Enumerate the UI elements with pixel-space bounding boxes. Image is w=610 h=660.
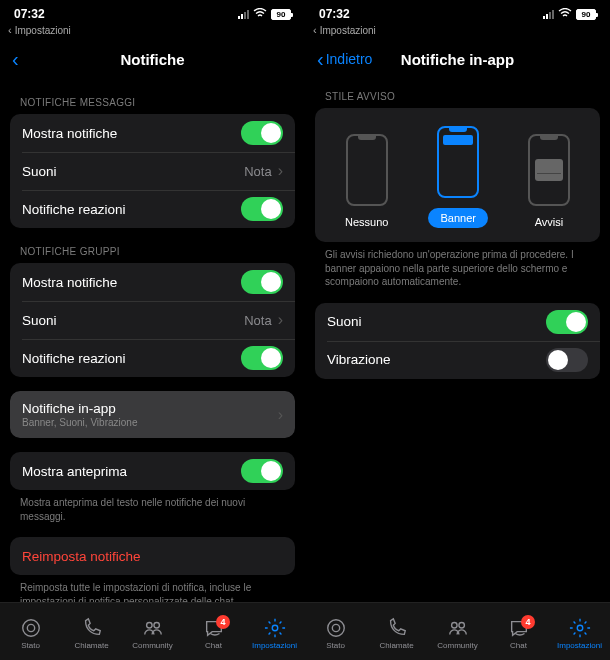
group-preview: Mostra anteprima bbox=[10, 452, 295, 490]
toggle-show-preview[interactable] bbox=[241, 459, 283, 483]
tab-bar: Stato Chiamate Community 4 Chat Impostaz… bbox=[305, 602, 610, 660]
battery-icon: 90 bbox=[271, 9, 291, 20]
content-scroll[interactable]: STILE AVVISO Nessuno Banner Avvisi Gli a… bbox=[305, 79, 610, 602]
section-label-style: STILE AVVISO bbox=[315, 79, 600, 108]
svg-point-2 bbox=[146, 623, 152, 629]
phone-icon bbox=[386, 617, 408, 639]
chevron-left-icon: ‹ bbox=[313, 24, 317, 36]
style-preview-banner bbox=[437, 126, 479, 198]
chat-badge: 4 bbox=[216, 615, 230, 629]
chevron-left-icon: ‹ bbox=[8, 24, 12, 36]
toggle-reactions[interactable] bbox=[241, 197, 283, 221]
style-preview-none bbox=[346, 134, 388, 206]
breadcrumb-label: Impostazioni bbox=[320, 25, 376, 36]
chevron-right-icon: › bbox=[278, 311, 283, 329]
svg-point-3 bbox=[153, 623, 159, 629]
status-time: 07:32 bbox=[14, 7, 45, 21]
battery-icon: 90 bbox=[576, 9, 596, 20]
row-reset-notifications[interactable]: Reimposta notifiche bbox=[10, 537, 295, 575]
phone-right: 07:32 90 ‹ Impostazioni ‹Indietro Notifi… bbox=[305, 0, 610, 660]
toggle-show-notifications[interactable] bbox=[241, 121, 283, 145]
group-inapp: Notifiche in-app Banner, Suoni, Vibrazio… bbox=[10, 391, 295, 438]
status-bar: 07:32 90 bbox=[305, 0, 610, 24]
status-right: 90 bbox=[238, 7, 291, 21]
toggle-sounds[interactable] bbox=[546, 310, 588, 334]
tab-chat[interactable]: 4 Chat bbox=[183, 617, 244, 650]
page-title: Notifiche bbox=[12, 51, 293, 68]
row-sounds[interactable]: Suoni bbox=[315, 303, 600, 341]
phone-icon bbox=[81, 617, 103, 639]
tab-bar: Stato Chiamate Community 4 Chat Impostaz… bbox=[0, 602, 305, 660]
row-vibration[interactable]: Vibrazione bbox=[315, 341, 600, 379]
tab-community[interactable]: Community bbox=[427, 617, 488, 650]
toggle-group-reactions[interactable] bbox=[241, 346, 283, 370]
content-scroll[interactable]: NOTIFICHE MESSAGGI Mostra notifiche Suon… bbox=[0, 79, 305, 602]
status-right: 90 bbox=[543, 7, 596, 21]
svg-point-7 bbox=[451, 623, 457, 629]
style-option-banner[interactable]: Banner bbox=[428, 126, 487, 228]
group-groups: Mostra notifiche Suoni Nota › Notifiche … bbox=[10, 263, 295, 377]
toggle-group-show-notifications[interactable] bbox=[241, 270, 283, 294]
chevron-right-icon: › bbox=[278, 162, 283, 180]
row-inapp-notifications[interactable]: Notifiche in-app Banner, Suoni, Vibrazio… bbox=[10, 391, 295, 438]
status-time: 07:32 bbox=[319, 7, 350, 21]
row-group-reactions[interactable]: Notifiche reazioni bbox=[10, 339, 295, 377]
svg-point-9 bbox=[577, 625, 583, 631]
tab-status[interactable]: Stato bbox=[0, 617, 61, 650]
tab-community[interactable]: Community bbox=[122, 617, 183, 650]
group-messages: Mostra notifiche Suoni Nota › Notifiche … bbox=[10, 114, 295, 228]
gear-icon bbox=[264, 617, 286, 639]
tab-settings[interactable]: Impostazioni bbox=[549, 617, 610, 650]
wifi-icon bbox=[253, 7, 267, 21]
community-icon bbox=[142, 617, 164, 639]
breadcrumb-label: Impostazioni bbox=[15, 25, 71, 36]
signal-icon bbox=[238, 10, 249, 19]
style-preview-alerts bbox=[528, 134, 570, 206]
style-note: Gli avvisi richiedono un'operazione prim… bbox=[315, 242, 600, 289]
svg-point-6 bbox=[332, 624, 339, 631]
reset-note: Reimposta tutte le impostazioni di notif… bbox=[10, 575, 295, 602]
community-icon bbox=[447, 617, 469, 639]
row-show-notifications[interactable]: Mostra notifiche bbox=[10, 114, 295, 152]
tab-calls[interactable]: Chiamate bbox=[61, 617, 122, 650]
tab-settings[interactable]: Impostazioni bbox=[244, 617, 305, 650]
toggle-vibration[interactable] bbox=[546, 348, 588, 372]
alert-style-picker: Nessuno Banner Avvisi bbox=[315, 108, 600, 242]
wifi-icon bbox=[558, 7, 572, 21]
signal-icon bbox=[543, 10, 554, 19]
style-option-none[interactable]: Nessuno bbox=[345, 134, 388, 228]
nav-bar: ‹ Notifiche bbox=[0, 39, 305, 79]
status-bar: 07:32 90 bbox=[0, 0, 305, 24]
tab-status[interactable]: Stato bbox=[305, 617, 366, 650]
svg-point-4 bbox=[272, 625, 278, 631]
group-sound-vibration: Suoni Vibrazione bbox=[315, 303, 600, 379]
tab-chat[interactable]: 4 Chat bbox=[488, 617, 549, 650]
back-button[interactable]: ‹ bbox=[12, 48, 19, 71]
svg-point-0 bbox=[22, 620, 39, 637]
row-group-sounds[interactable]: Suoni Nota › bbox=[10, 301, 295, 339]
row-group-show-notifications[interactable]: Mostra notifiche bbox=[10, 263, 295, 301]
style-option-alerts[interactable]: Avvisi bbox=[528, 134, 570, 228]
chat-badge: 4 bbox=[521, 615, 535, 629]
section-label-messages: NOTIFICHE MESSAGGI bbox=[10, 79, 295, 114]
status-icon bbox=[20, 617, 42, 639]
breadcrumb[interactable]: ‹ Impostazioni bbox=[0, 24, 305, 39]
row-show-preview[interactable]: Mostra anteprima bbox=[10, 452, 295, 490]
status-icon bbox=[325, 617, 347, 639]
tab-calls[interactable]: Chiamate bbox=[366, 617, 427, 650]
phone-left: 07:32 90 ‹ Impostazioni ‹ Notifiche NOTI… bbox=[0, 0, 305, 660]
row-sounds[interactable]: Suoni Nota › bbox=[10, 152, 295, 190]
row-reactions[interactable]: Notifiche reazioni bbox=[10, 190, 295, 228]
group-reset: Reimposta notifiche bbox=[10, 537, 295, 575]
svg-point-1 bbox=[27, 624, 34, 631]
gear-icon bbox=[569, 617, 591, 639]
preview-note: Mostra anteprima del testo nelle notific… bbox=[10, 490, 295, 523]
svg-point-5 bbox=[327, 620, 344, 637]
svg-point-8 bbox=[458, 623, 464, 629]
nav-bar: ‹Indietro Notifiche in-app bbox=[305, 39, 610, 79]
back-button[interactable]: ‹Indietro bbox=[317, 48, 372, 71]
section-label-groups: NOTIFICHE GRUPPI bbox=[10, 228, 295, 263]
chevron-right-icon: › bbox=[278, 406, 283, 424]
breadcrumb[interactable]: ‹ Impostazioni bbox=[305, 24, 610, 39]
